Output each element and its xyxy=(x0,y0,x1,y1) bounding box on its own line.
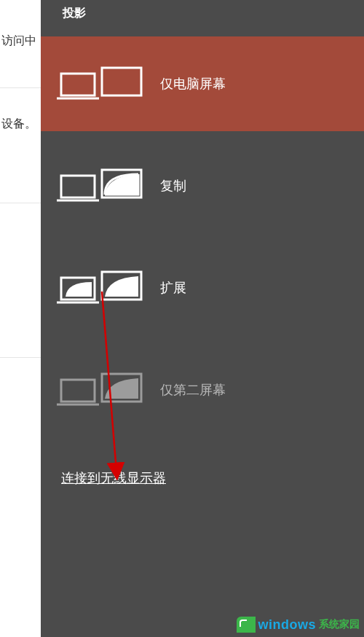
svg-rect-9 xyxy=(61,380,95,402)
bg-text-line-1: 访问中 xyxy=(0,34,42,49)
second-screen-only-icon xyxy=(57,368,144,412)
svg-rect-3 xyxy=(61,176,95,198)
project-flyout-panel: 投影 仅电脑屏幕 xyxy=(41,0,364,637)
project-option-label: 扩展 xyxy=(160,279,186,297)
screenshot-stage: 访问中 设备。 投影 仅电脑屏幕 xyxy=(0,0,364,637)
project-option-pc-only[interactable]: 仅电脑屏幕 xyxy=(41,36,364,131)
watermark-suffix: 系统家园 xyxy=(319,618,360,631)
watermark: windows 系统家园 xyxy=(237,617,360,633)
bg-separator xyxy=(0,87,41,88)
project-option-second-only[interactable]: 仅第二屏幕 xyxy=(41,343,364,437)
svg-rect-2 xyxy=(102,68,141,95)
duplicate-icon xyxy=(57,164,144,208)
project-option-extend[interactable]: 扩展 xyxy=(41,241,364,335)
panel-title: 投影 xyxy=(63,6,86,21)
watermark-logo-icon xyxy=(237,617,256,633)
extend-icon xyxy=(57,266,144,310)
bg-separator xyxy=(0,357,41,358)
bg-separator xyxy=(0,203,41,203)
pc-screen-only-icon xyxy=(57,62,144,106)
project-option-label: 复制 xyxy=(160,177,186,195)
connect-wireless-display-link[interactable]: 连接到无线显示器 xyxy=(61,469,166,487)
project-option-duplicate[interactable]: 复制 xyxy=(41,138,364,233)
bg-text-line-2: 设备。 xyxy=(0,117,42,132)
watermark-brand: windows xyxy=(258,617,317,633)
project-option-label: 仅第二屏幕 xyxy=(160,381,226,399)
project-option-label: 仅电脑屏幕 xyxy=(160,75,226,93)
svg-rect-0 xyxy=(61,74,95,95)
